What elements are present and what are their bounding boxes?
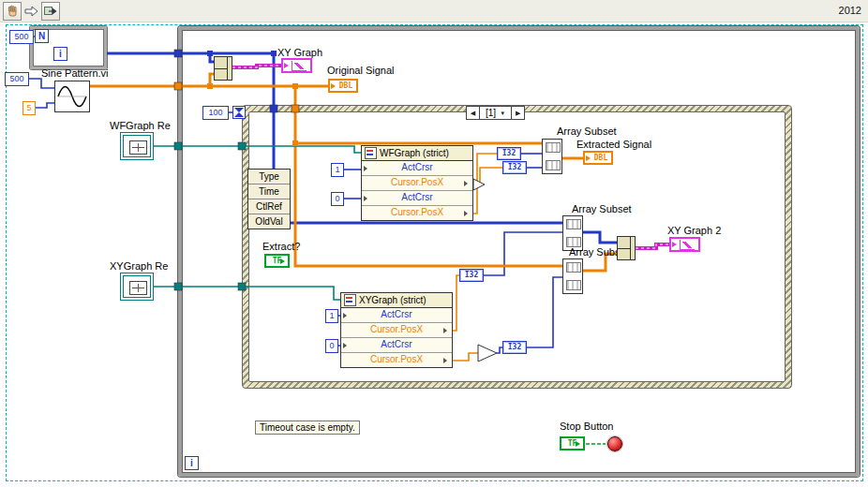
pan-hand-tool-button[interactable]	[3, 2, 22, 21]
toolbar: 2012	[0, 0, 868, 22]
version-year-label: 2012	[839, 5, 861, 16]
property-row-cursor-posx[interactable]: Cursor.PosX	[341, 352, 452, 367]
original-signal-label: Original Signal	[327, 65, 395, 76]
event-data-field: Time	[248, 184, 290, 199]
timeout-note: Timeout case is empty.	[255, 421, 360, 435]
array-subset-node[interactable]	[542, 139, 562, 174]
property-row-actcrsr[interactable]: ActCrsr	[362, 161, 472, 175]
sine-pattern-vi[interactable]	[54, 81, 90, 112]
graph-ref-glyph-icon	[129, 281, 147, 295]
count-constant[interactable]: 500	[9, 30, 34, 44]
while-loop-iteration-terminal[interactable]: i	[185, 456, 199, 470]
bundle-node[interactable]	[214, 56, 232, 81]
wf-cursor-one-constant[interactable]: 1	[331, 163, 344, 177]
event-data-field: CtlRef	[248, 199, 290, 214]
stop-tf-terminal[interactable]: TF	[560, 436, 585, 450]
i32-conversion-terminal[interactable]: I32	[459, 269, 484, 282]
xygraph-property-node[interactable]: XYGraph (strict) ActCrsr Cursor.PosX Act…	[340, 292, 453, 368]
for-loop-iteration-terminal[interactable]: i	[53, 47, 67, 61]
sine-wave-icon	[54, 81, 90, 112]
graph-class-icon	[344, 294, 356, 306]
timeout-constant[interactable]: 100	[202, 106, 229, 120]
xy-graph-2-label: XY Graph 2	[667, 225, 721, 236]
reorder-icon	[43, 5, 58, 18]
xy-cursor-zero-constant[interactable]: 0	[325, 339, 338, 353]
next-case-button[interactable]: ▶	[511, 107, 524, 119]
amplitude-constant[interactable]: 5	[22, 101, 36, 115]
i32-conversion-terminal[interactable]: I32	[502, 341, 527, 354]
prev-case-button[interactable]: ◀	[467, 107, 480, 119]
case-dropdown-icon[interactable]: ▼	[500, 111, 505, 116]
timeout-hourglass-terminal[interactable]	[232, 106, 246, 119]
reorder-tool-button[interactable]	[41, 2, 60, 21]
property-row-cursor-posx[interactable]: Cursor.PosX	[362, 205, 472, 220]
graph-glyph-icon	[292, 61, 307, 71]
event-data-node[interactable]: Type Time CtlRef OldVal	[247, 169, 291, 229]
pan-hand-icon	[6, 5, 19, 18]
stop-button[interactable]	[607, 436, 622, 451]
xy-graph-2-terminal[interactable]	[669, 237, 700, 252]
graph-class-icon	[365, 147, 377, 159]
sine-pattern-vi-label: Sine Pattern.vi	[41, 67, 109, 79]
property-node-title: XYGraph (strict)	[359, 295, 427, 305]
property-node-header: WFGraph (strict)	[362, 146, 472, 161]
xygraph-refnum-icon[interactable]	[120, 273, 154, 301]
property-node-title: WFGraph (strict)	[380, 148, 449, 158]
event-case-selector: ◀ [1] ▼ ▶	[466, 106, 525, 120]
event-data-field: Type	[248, 170, 290, 184]
i32-conversion-terminal[interactable]: I32	[497, 147, 521, 160]
event-data-field: OldVal	[248, 214, 290, 229]
property-row-actcrsr[interactable]: ActCrsr	[341, 308, 452, 322]
xy-graph-terminal[interactable]	[281, 58, 312, 73]
xy-cursor-one-constant[interactable]: 1	[325, 309, 338, 323]
extracted-signal-terminal[interactable]: DBL	[583, 151, 613, 165]
graph-ref-glyph-icon	[129, 140, 147, 155]
bundle-node[interactable]	[617, 236, 636, 260]
stop-button-label: Stop Button	[560, 421, 614, 432]
property-row-cursor-posx[interactable]: Cursor.PosX	[362, 175, 472, 190]
wfgraph-refnum-icon[interactable]	[120, 132, 154, 160]
property-row-actcrsr[interactable]: ActCrsr	[362, 190, 472, 205]
wf-cursor-zero-constant[interactable]: 0	[331, 192, 344, 206]
property-row-cursor-posx[interactable]: Cursor.PosX	[341, 322, 452, 337]
array-subset-label: Array Subset	[572, 203, 632, 214]
property-node-header: XYGraph (strict)	[341, 293, 452, 308]
i32-conversion-terminal[interactable]: I32	[502, 161, 527, 174]
array-subset-node[interactable]	[562, 258, 583, 294]
graph-glyph-icon	[680, 240, 695, 250]
wfgraph-property-node[interactable]: WFGraph (strict) ActCrsr Cursor.PosX Act…	[361, 145, 473, 221]
xygraph-refnum-label: XYGraph Re	[110, 260, 168, 272]
property-row-actcrsr[interactable]: ActCrsr	[341, 337, 452, 352]
forward-arrow-icon[interactable]	[24, 6, 39, 17]
original-signal-terminal[interactable]: DBL	[328, 79, 358, 93]
extract-label: Extract?	[262, 241, 300, 252]
case-label[interactable]: [1]	[486, 108, 496, 118]
extract-tf-terminal[interactable]: TF	[264, 254, 290, 268]
for-loop-count-terminal[interactable]: N	[35, 29, 49, 43]
xy-graph-label: XY Graph	[277, 47, 322, 58]
labview-block-diagram: 2012	[0, 0, 868, 487]
wfgraph-refnum-label: WFGraph Re	[110, 120, 171, 131]
samples-constant[interactable]: 500	[5, 72, 29, 86]
extracted-signal-label: Extracted Signal	[576, 139, 651, 150]
array-subset-label: Array Subset	[557, 125, 617, 137]
